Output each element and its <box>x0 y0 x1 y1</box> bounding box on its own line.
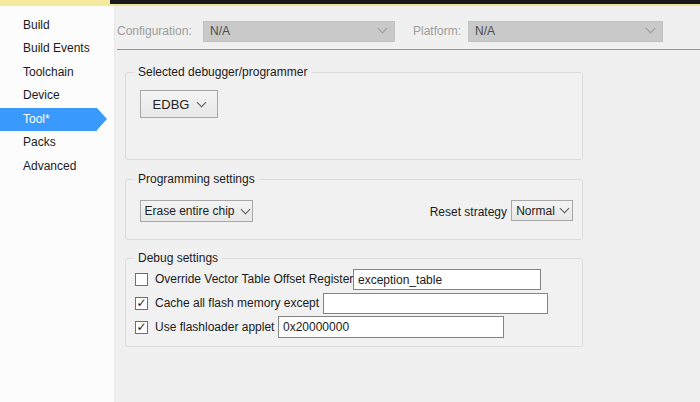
sidebar-item-label: Build Events <box>23 41 90 55</box>
configuration-select: N/A <box>203 21 395 42</box>
checkmark-icon: ✓ <box>136 298 147 309</box>
override-vtor-checkbox[interactable] <box>135 273 148 286</box>
sidebar-item-packs[interactable]: Packs <box>0 131 114 154</box>
sidebar-item-advanced[interactable]: Advanced <box>0 155 114 178</box>
debugger-select-value: EDBG <box>153 97 190 112</box>
reset-strategy-select-button[interactable]: Normal <box>511 200 573 221</box>
sidebar-item-device[interactable]: Device <box>0 84 114 107</box>
configuration-select-value: N/A <box>210 24 230 38</box>
vtor-value-input[interactable] <box>353 269 541 290</box>
platform-select-value: N/A <box>475 24 495 38</box>
project-properties-tool-page: Build Build Events Toolchain Device Tool… <box>0 0 700 402</box>
sidebar-item-label: Tool* <box>23 112 50 126</box>
sidebar-item-label: Build <box>23 18 50 32</box>
chevron-down-icon <box>559 204 569 214</box>
reset-strategy-label: Reset strategy <box>420 205 507 219</box>
flashloader-address-input[interactable] <box>278 316 504 338</box>
override-vtor-label: Override Vector Table Offset Register <box>155 272 353 287</box>
debug-group-title: Debug settings <box>134 251 222 265</box>
erase-mode-value: Erase entire chip <box>144 204 234 218</box>
header-separator <box>117 49 700 50</box>
sidebar-item-tool[interactable]: Tool* <box>0 108 97 131</box>
flashloader-checkbox[interactable]: ✓ <box>135 321 148 334</box>
selected-arrow <box>97 108 107 130</box>
reset-strategy-value: Normal <box>516 204 555 218</box>
sidebar-item-label: Device <box>23 88 60 102</box>
sidebar-item-build-events[interactable]: Build Events <box>0 37 114 60</box>
chevron-down-icon <box>240 204 250 214</box>
platform-label: Platform: <box>413 24 461 38</box>
sidebar-item-toolchain[interactable]: Toolchain <box>0 61 114 84</box>
chevron-down-icon <box>378 24 388 34</box>
cache-flash-except-input[interactable] <box>323 293 548 314</box>
programming-group-title: Programming settings <box>134 172 259 186</box>
platform-select: N/A <box>468 21 663 42</box>
sidebar-item-label: Advanced <box>23 159 76 173</box>
erase-mode-select-button[interactable]: Erase entire chip <box>140 200 253 222</box>
sidebar-item-build[interactable]: Build <box>0 14 114 37</box>
sidebar-item-label: Toolchain <box>23 65 74 79</box>
sidebar-item-label: Packs <box>23 135 56 149</box>
debugger-group-title: Selected debugger/programmer <box>134 65 311 79</box>
chevron-down-icon <box>646 24 656 34</box>
chevron-down-icon <box>197 97 207 107</box>
checkmark-icon: ✓ <box>136 322 147 333</box>
configuration-label: Configuration: <box>117 24 192 38</box>
cache-flash-label: Cache all flash memory except <box>155 296 319 311</box>
debugger-select-button[interactable]: EDBG <box>140 90 218 118</box>
properties-sidebar: Build Build Events Toolchain Device Tool… <box>0 6 115 402</box>
flashloader-label: Use flashloader applet <box>155 320 274 335</box>
cache-flash-checkbox[interactable]: ✓ <box>135 297 148 310</box>
